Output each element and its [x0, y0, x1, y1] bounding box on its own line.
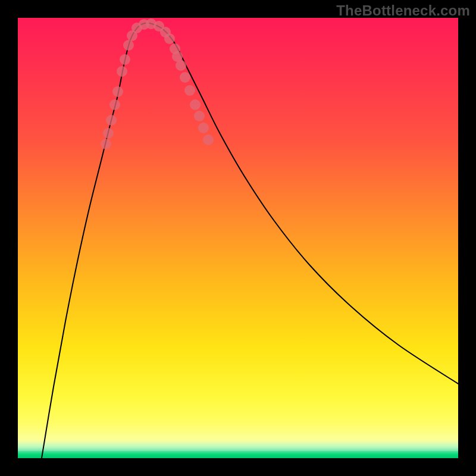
plot-area: [18, 18, 458, 458]
sample-point: [180, 72, 190, 83]
sample-point: [103, 128, 114, 139]
watermark-text: TheBottleneck.com: [336, 2, 470, 19]
sample-point: [176, 60, 186, 71]
sample-point: [117, 66, 127, 77]
sample-point: [184, 85, 195, 96]
curve-svg: [18, 18, 458, 458]
sample-point: [203, 134, 214, 145]
bottleneck-curve: [42, 23, 458, 458]
sample-point: [120, 54, 130, 65]
sample-point: [101, 139, 111, 149]
sample-point: [106, 115, 117, 126]
sample-point: [194, 111, 205, 121]
sample-point: [190, 99, 201, 110]
sample-point: [112, 86, 123, 97]
sample-point: [109, 99, 120, 110]
chart-container: TheBottleneck.com: [0, 0, 476, 476]
sample-point: [198, 123, 209, 133]
sample-points-group: [101, 18, 214, 149]
sample-point: [123, 40, 134, 51]
sample-point: [164, 33, 175, 44]
